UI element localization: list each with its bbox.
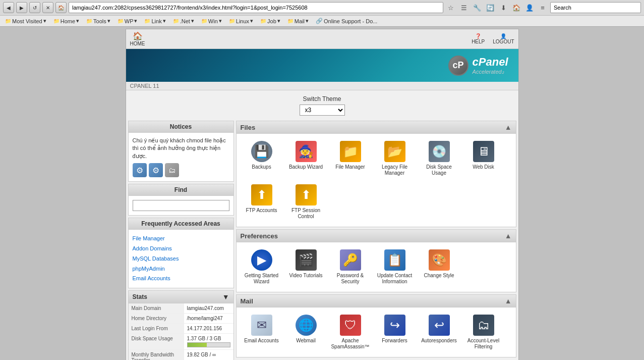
icon-update-contact[interactable]: 📋 Update Contact Information (375, 247, 415, 287)
freq-mysql-databases[interactable]: MySQL Databases (133, 254, 229, 264)
back-button[interactable]: ◀ (3, 2, 14, 13)
icon-legacy-file-manager[interactable]: 📂 Legacy File Manager (375, 139, 415, 178)
icon-ftp-accounts[interactable]: ⬆ FTP Accounts (242, 182, 282, 222)
icon-video-tutorials[interactable]: 🎬 Video Tutorials (286, 247, 326, 287)
icon-account-level-filtering[interactable]: 🗂 Account-Level Filtering (463, 313, 504, 352)
notice-icon-1[interactable]: ⚙ (133, 163, 147, 177)
url-bar[interactable] (69, 2, 443, 13)
freq-phpmyadmin[interactable]: phpMyAdmin (133, 264, 229, 274)
bookmark-most-visited[interactable]: Most Visited ▾ (2, 17, 49, 25)
icon-getting-started[interactable]: ▶ Getting Started Wizard (242, 247, 282, 287)
bookmark-net[interactable]: .Net ▾ (170, 17, 197, 25)
help-button[interactable]: ❓ HELP (472, 33, 485, 44)
logout-button[interactable]: 👤 LOGOUT (493, 33, 514, 44)
bookmark-link[interactable]: Link ▾ (141, 17, 168, 25)
freq-email-accounts[interactable]: Email Accounts (133, 274, 229, 284)
icon-web-disk[interactable]: 🖥 Web Disk (463, 139, 504, 178)
help-label: HELP (472, 39, 485, 44)
main-wrapper: 🏠 HOME ❓ HELP 👤 LOGOUT cP (0, 27, 644, 360)
preferences-icons: ▶ Getting Started Wizard 🎬 Video Tutoria… (237, 242, 516, 292)
getting-started-icon: ▶ (251, 249, 272, 271)
icon-spam-assassin[interactable]: 🛡 Apache SpamAssassin™ (330, 313, 371, 352)
mail-section: Mail ▲ ✉ Email Accounts 🌐 Webmail (236, 294, 516, 357)
bookmark-win[interactable]: Win ▾ (198, 17, 225, 25)
theme-select[interactable]: x3 x3_mail x2 (300, 105, 345, 116)
icon-forwarders[interactable]: ↪ Forwarders (375, 313, 415, 352)
cpanel-logo: cP cPanel Accelerated₂ (448, 56, 508, 76)
icon-change-style[interactable]: 🎨 Change Style (419, 247, 459, 287)
stats-row-disk-space: Disk Space Usage 1.37 GB / 3 GB (129, 334, 233, 350)
bookmark-tools[interactable]: Tools ▾ (83, 17, 113, 25)
reload-button[interactable]: ↺ (29, 2, 40, 13)
bookmark-mail[interactable]: Mail ▾ (284, 17, 312, 25)
home2-icon[interactable]: 🏠 (511, 2, 522, 13)
bookmark-job[interactable]: Job ▾ (257, 17, 283, 25)
disk-bar (187, 342, 230, 347)
icon-email-accounts[interactable]: ✉ Email Accounts (242, 313, 282, 352)
bookmark-home[interactable]: Home ▾ (50, 17, 82, 25)
password-icon: 🔑 (340, 249, 361, 271)
mail-icons: ✉ Email Accounts 🌐 Webmail 🛡 Apache Spam… (237, 307, 516, 357)
right-content: Files ▲ 💾 Backups 🧙 Backup Wizard (236, 121, 516, 360)
ftp-session-icon: ⬆ (296, 184, 317, 205)
stats-toggle[interactable]: ▼ (222, 293, 229, 301)
notices-content: Chú ý nếu quý khách chmod file hoặc thì … (129, 133, 233, 181)
menu-icon[interactable]: ≡ (537, 2, 548, 13)
stats-row-bandwidth: Monthly Bandwidth Transfer 19.82 GB / ∞ (129, 350, 233, 360)
icon-file-manager[interactable]: 📁 File Manager (330, 139, 371, 178)
icon-backups[interactable]: 💾 Backups (242, 139, 282, 178)
icon-webmail[interactable]: 🌐 Webmail (286, 313, 326, 352)
files-toggle[interactable]: ▲ (505, 123, 512, 131)
search-input[interactable] (550, 2, 641, 13)
preferences-header: Preferences ▲ (237, 230, 516, 242)
preferences-toggle[interactable]: ▲ (505, 232, 512, 240)
browser-toolbar: ◀ ▶ ↺ ✕ 🏠 ☆ ☰ 🔧 🔄 ⬇ 🏠 👤 ≡ (0, 0, 644, 16)
theme-switch-area: Switch Theme x3 x3_mail x2 (126, 90, 518, 121)
header-actions: ❓ HELP 👤 LOGOUT (472, 33, 514, 44)
files-icons: 💾 Backups 🧙 Backup Wizard 📁 File Manager (237, 134, 516, 227)
account-level-icon: 🗂 (473, 315, 494, 336)
freq-file-manager[interactable]: File Manager (133, 234, 229, 244)
icon-disk-space[interactable]: 💿 Disk Space Usage (419, 139, 459, 178)
frequently-accessed-content: File Manager Addon Domains MySQL Databas… (129, 230, 233, 288)
sync-icon[interactable]: 🔄 (485, 2, 496, 13)
browser-chrome: ◀ ▶ ↺ ✕ 🏠 ☆ ☰ 🔧 🔄 ⬇ 🏠 👤 ≡ Most Visited ▾… (0, 0, 644, 27)
frequently-accessed-panel: Frequently Accessed Areas File Manager A… (128, 218, 234, 288)
notices-header: Notices (129, 121, 233, 133)
home-label: HOME (130, 41, 145, 46)
find-input[interactable] (133, 200, 229, 211)
bookmark-list[interactable]: ☰ (458, 2, 470, 13)
forward-button[interactable]: ▶ (16, 2, 27, 13)
preferences-title: Preferences (241, 232, 278, 240)
stats-rows: Main Domain lamgiau247.com Home Director… (129, 303, 233, 360)
bookmark-star[interactable]: ☆ (445, 2, 456, 13)
icon-password-security[interactable]: 🔑 Password & Security (330, 247, 371, 287)
ftp-accounts-icon: ⬆ (251, 184, 272, 205)
stop-button[interactable]: ✕ (42, 2, 53, 13)
home-icon: 🏠 (133, 31, 143, 41)
bookmark-wp[interactable]: WP ▾ (114, 17, 141, 25)
home-button[interactable]: 🏠 HOME (130, 31, 145, 46)
addon-icon[interactable]: 🔧 (472, 2, 483, 13)
cpanel-header-bar: 🏠 HOME ❓ HELP 👤 LOGOUT (126, 29, 518, 49)
icon-ftp-session[interactable]: ⬆ FTP Session Control (286, 182, 326, 222)
bookmark-linux[interactable]: Linux ▾ (226, 17, 256, 25)
disk-bar-fill (188, 343, 207, 347)
bookmark-online-support[interactable]: 🔗Online Support - Do... (313, 17, 380, 25)
freq-addon-domains[interactable]: Addon Domains (133, 244, 229, 254)
update-contact-icon: 📋 (384, 249, 405, 271)
notice-icon-2[interactable]: ⚙ (149, 163, 163, 177)
logout-label: LOGOUT (493, 39, 514, 44)
panels-area: Notices Chú ý nếu quý khách chmod file h… (126, 121, 518, 360)
icon-backup-wizard[interactable]: 🧙 Backup Wizard (286, 139, 326, 178)
find-panel: Find (128, 184, 234, 216)
mail-toggle[interactable]: ▲ (505, 297, 512, 305)
icon-autoresponders[interactable]: ↩ Autoresponders (419, 313, 459, 352)
download-icon[interactable]: ⬇ (498, 2, 509, 13)
home-nav-button[interactable]: 🏠 (55, 2, 67, 13)
cpanel-banner: cP cPanel Accelerated₂ (126, 49, 518, 82)
stats-title: Stats (133, 293, 147, 300)
notice-icon-3[interactable]: 🗂 (165, 163, 179, 177)
user-icon[interactable]: 👤 (524, 2, 535, 13)
version-bar: CPANEL 11 (126, 82, 518, 90)
